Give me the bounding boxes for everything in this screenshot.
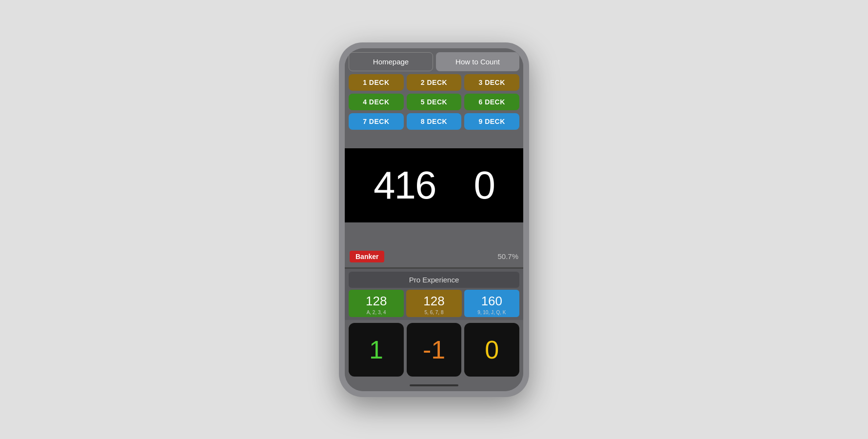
home-indicator (345, 381, 523, 391)
deck-5-button[interactable]: 5 DECK (407, 94, 462, 110)
pro-count-brown-value: 128 (408, 294, 459, 309)
pro-counts: 128 A, 2, 3, 4 128 5, 6, 7, 8 160 9, 10,… (345, 290, 523, 320)
deck-9-button[interactable]: 9 DECK (464, 113, 519, 130)
deck-row-2: 4 DECK 5 DECK 6 DECK (349, 94, 519, 110)
card-button-zero-value: 0 (485, 335, 499, 364)
card-buttons: 1 -1 0 (345, 320, 523, 381)
score-display: 416 0 (345, 148, 523, 222)
howtocount-button[interactable]: How to Count (436, 52, 519, 71)
card-button-zero[interactable]: 0 (464, 323, 519, 377)
pro-count-brown-label: 5, 6, 7, 8 (408, 310, 459, 315)
phone-container: Homepage How to Count 1 DECK 2 DECK 3 DE… (339, 42, 529, 397)
deck-4-button[interactable]: 4 DECK (349, 94, 404, 110)
deck-8-button[interactable]: 8 DECK (407, 113, 462, 130)
pro-count-green[interactable]: 128 A, 2, 3, 4 (349, 290, 404, 317)
pro-count-green-value: 128 (351, 294, 402, 309)
pro-count-green-label: A, 2, 3, 4 (351, 310, 402, 315)
pro-count-brown[interactable]: 128 5, 6, 7, 8 (406, 290, 461, 317)
home-bar (410, 384, 458, 386)
deck-1-button[interactable]: 1 DECK (349, 74, 404, 91)
score-spacer-bottom (345, 222, 523, 247)
score-spacer-top (345, 134, 523, 148)
deck-3-button[interactable]: 3 DECK (464, 74, 519, 91)
card-button-minus1[interactable]: -1 (407, 323, 462, 377)
card-button-minus1-value: -1 (423, 335, 445, 364)
banker-percentage: 50.7% (497, 252, 518, 260)
homepage-button[interactable]: Homepage (349, 52, 433, 71)
deck-2-button[interactable]: 2 DECK (407, 74, 462, 91)
pro-experience-header: Pro Experience (349, 272, 519, 288)
deck-grid: 1 DECK 2 DECK 3 DECK 4 DECK 5 DECK 6 DEC… (345, 74, 523, 134)
card-button-plus1[interactable]: 1 (349, 323, 404, 377)
deck-row-3: 7 DECK 8 DECK 9 DECK (349, 113, 519, 130)
cards-remaining-value: 416 (374, 163, 435, 208)
pro-section: Pro Experience 128 A, 2, 3, 4 128 5, 6, … (345, 269, 523, 320)
deck-6-button[interactable]: 6 DECK (464, 94, 519, 110)
count-value: 0 (473, 163, 494, 208)
top-nav: Homepage How to Count (345, 48, 523, 74)
card-button-plus1-value: 1 (369, 335, 383, 364)
pro-count-blue[interactable]: 160 9, 10, J, Q, K (464, 290, 519, 317)
phone-screen: Homepage How to Count 1 DECK 2 DECK 3 DE… (345, 48, 523, 391)
banker-row: Banker 50.7% (345, 247, 523, 267)
banker-badge: Banker (350, 251, 384, 262)
deck-7-button[interactable]: 7 DECK (349, 113, 404, 130)
pro-count-blue-value: 160 (466, 294, 517, 309)
pro-count-blue-label: 9, 10, J, Q, K (466, 310, 517, 315)
deck-row-1: 1 DECK 2 DECK 3 DECK (349, 74, 519, 91)
